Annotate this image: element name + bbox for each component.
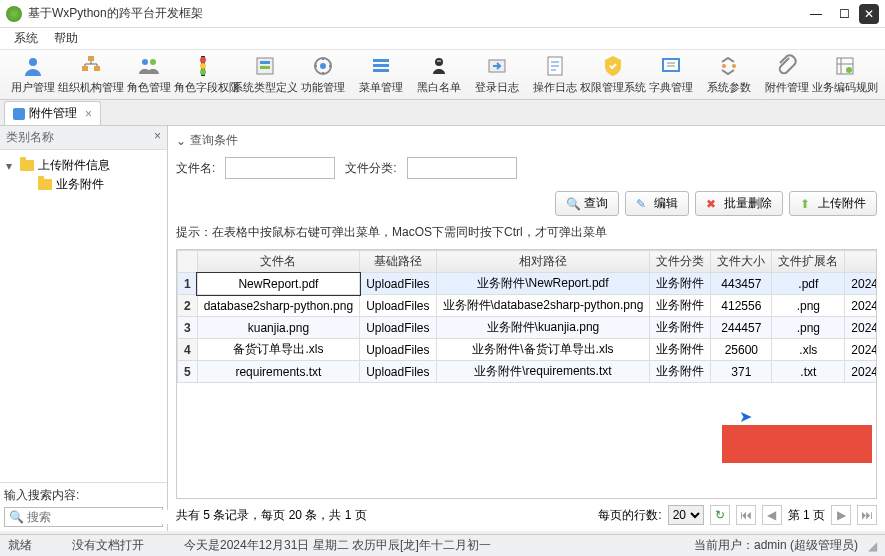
search-input[interactable] xyxy=(27,510,177,524)
tree-root[interactable]: ▾ 上传附件信息 xyxy=(6,156,161,175)
filename-input[interactable] xyxy=(225,157,335,179)
cell[interactable]: 业务附件 xyxy=(650,273,711,295)
tb-dict-mgmt[interactable]: 字典管理 xyxy=(642,52,700,97)
cell[interactable]: .xls xyxy=(772,339,845,361)
cell[interactable]: 业务附件 xyxy=(650,361,711,383)
delete-icon: ✖ xyxy=(706,197,720,211)
filter-form: 文件名: 文件分类: xyxy=(176,157,877,179)
tb-menu-mgmt[interactable]: 菜单管理 xyxy=(352,52,410,97)
prev-page-button[interactable]: ◀ xyxy=(762,505,782,525)
cell[interactable]: 2024-12-20 13:48:32 xyxy=(845,295,877,317)
cell[interactable]: 业务附件\kuanjia.png xyxy=(436,317,650,339)
upload-button[interactable]: ⬆上传附件 xyxy=(789,191,877,216)
row-number-header[interactable] xyxy=(178,251,198,273)
cell[interactable]: UploadFiles xyxy=(360,295,436,317)
cell[interactable]: UploadFiles xyxy=(360,361,436,383)
cell[interactable]: .png xyxy=(772,317,845,339)
cell[interactable]: 2024-12-20 13:46:29 xyxy=(845,361,877,383)
cell[interactable]: 业务附件\database2sharp-python.png xyxy=(436,295,650,317)
cell[interactable]: 业务附件\NewReport.pdf xyxy=(436,273,650,295)
sidebar-close-icon[interactable]: × xyxy=(154,129,161,146)
table-row[interactable]: 5requirements.txtUploadFiles业务附件\require… xyxy=(178,361,878,383)
tb-sys-param[interactable]: 系统参数 xyxy=(700,52,758,97)
tb-perm-sys[interactable]: 权限管理系统 xyxy=(584,52,642,97)
tb-type-def[interactable]: 系统类型定义 xyxy=(236,52,294,97)
column-header[interactable]: 添加时间 xyxy=(845,251,877,273)
column-header[interactable]: 基础路径 xyxy=(360,251,436,273)
cell[interactable]: 371 xyxy=(711,361,772,383)
cell[interactable]: 412556 xyxy=(711,295,772,317)
table-row[interactable]: 3kuanjia.pngUploadFiles业务附件\kuanjia.png业… xyxy=(178,317,878,339)
tree-child-business[interactable]: 业务附件 xyxy=(24,175,161,194)
cell[interactable]: database2sharp-python.png xyxy=(197,295,359,317)
cell[interactable]: 备货订单导出.xls xyxy=(197,339,359,361)
cell[interactable]: 业务附件\requirements.txt xyxy=(436,361,650,383)
resize-grip-icon[interactable]: ◢ xyxy=(868,539,877,553)
cell[interactable]: 业务附件 xyxy=(650,317,711,339)
close-button[interactable]: ✕ xyxy=(859,4,879,24)
refresh-button[interactable]: ↻ xyxy=(710,505,730,525)
statusbar: 就绪 没有文档打开 今天是2024年12月31日 星期二 农历甲辰[龙]年十二月… xyxy=(0,534,885,556)
cell[interactable]: 443457 xyxy=(711,273,772,295)
tb-role-mgmt[interactable]: 角色管理 xyxy=(120,52,178,97)
tb-user-mgmt[interactable]: 用户管理 xyxy=(4,52,62,97)
cell[interactable]: kuanjia.png xyxy=(197,317,359,339)
menu-system[interactable]: 系统 xyxy=(6,28,46,49)
cell[interactable]: NewReport.pdf xyxy=(197,273,359,295)
row-number[interactable]: 3 xyxy=(178,317,198,339)
cond-toggle[interactable]: ⌄ 查询条件 xyxy=(176,132,877,149)
cell[interactable]: .txt xyxy=(772,361,845,383)
first-page-button[interactable]: ⏮ xyxy=(736,505,756,525)
tb-func-mgmt[interactable]: 功能管理 xyxy=(294,52,352,97)
batch-delete-button[interactable]: ✖批量删除 xyxy=(695,191,783,216)
next-page-button[interactable]: ▶ xyxy=(831,505,851,525)
tb-role-fields[interactable]: 角色字段权限 xyxy=(178,52,236,97)
tb-code-rule[interactable]: 业务编码规则 xyxy=(816,52,874,97)
column-header[interactable]: 文件分类 xyxy=(650,251,711,273)
tb-attach-mgmt[interactable]: 附件管理 xyxy=(758,52,816,97)
edit-button[interactable]: ✎编辑 xyxy=(625,191,689,216)
cell[interactable]: requirements.txt xyxy=(197,361,359,383)
cell[interactable]: UploadFiles xyxy=(360,273,436,295)
column-header[interactable]: 相对路径 xyxy=(436,251,650,273)
tb-blackwhite[interactable]: 黑白名单 xyxy=(410,52,468,97)
last-page-button[interactable]: ⏭ xyxy=(857,505,877,525)
cell[interactable]: 2024-12-20 13:48:32 xyxy=(845,273,877,295)
cell[interactable]: 业务附件 xyxy=(650,339,711,361)
tab-attachment-mgmt[interactable]: 附件管理 × xyxy=(4,101,101,125)
cell[interactable]: 25600 xyxy=(711,339,772,361)
cell[interactable]: 业务附件 xyxy=(650,295,711,317)
tab-close-icon[interactable]: × xyxy=(85,107,92,121)
cell[interactable]: 244457 xyxy=(711,317,772,339)
sidebar: 类别名称 × ▾ 上传附件信息 业务附件 输入搜索内容: 🔍 xyxy=(0,126,168,531)
minimize-button[interactable]: — xyxy=(803,5,829,23)
row-number[interactable]: 4 xyxy=(178,339,198,361)
cell[interactable]: 2024-12-20 13:46:44 xyxy=(845,339,877,361)
filecat-input[interactable] xyxy=(407,157,517,179)
row-number[interactable]: 1 xyxy=(178,273,198,295)
search-button[interactable]: 🔍查询 xyxy=(555,191,619,216)
table-row[interactable]: 2database2sharp-python.pngUploadFiles业务附… xyxy=(178,295,878,317)
column-header[interactable]: 文件大小 xyxy=(711,251,772,273)
cell[interactable]: 业务附件\备货订单导出.xls xyxy=(436,339,650,361)
table-row[interactable]: 4备货订单导出.xlsUploadFiles业务附件\备货订单导出.xls业务附… xyxy=(178,339,878,361)
cell[interactable]: UploadFiles xyxy=(360,339,436,361)
row-number[interactable]: 5 xyxy=(178,361,198,383)
expander-icon[interactable]: ▾ xyxy=(6,159,16,173)
pencil-icon: ✎ xyxy=(636,197,650,211)
menu-help[interactable]: 帮助 xyxy=(46,28,86,49)
tb-login-log[interactable]: 登录日志 xyxy=(468,52,526,97)
maximize-button[interactable]: ☐ xyxy=(831,5,857,23)
column-header[interactable]: 文件扩展名 xyxy=(772,251,845,273)
tb-org-mgmt[interactable]: 组织机构管理 xyxy=(62,52,120,97)
column-header[interactable]: 文件名 xyxy=(197,251,359,273)
cell[interactable]: .png xyxy=(772,295,845,317)
cell[interactable]: UploadFiles xyxy=(360,317,436,339)
cell[interactable]: 2024-12-20 13:47:57 xyxy=(845,317,877,339)
rows-select[interactable]: 20 xyxy=(668,505,704,525)
table-row[interactable]: 1NewReport.pdfUploadFiles业务附件\NewReport.… xyxy=(178,273,878,295)
tb-op-log[interactable]: 操作日志 xyxy=(526,52,584,97)
row-number[interactable]: 2 xyxy=(178,295,198,317)
cell[interactable]: .pdf xyxy=(772,273,845,295)
folder-icon xyxy=(38,179,52,190)
